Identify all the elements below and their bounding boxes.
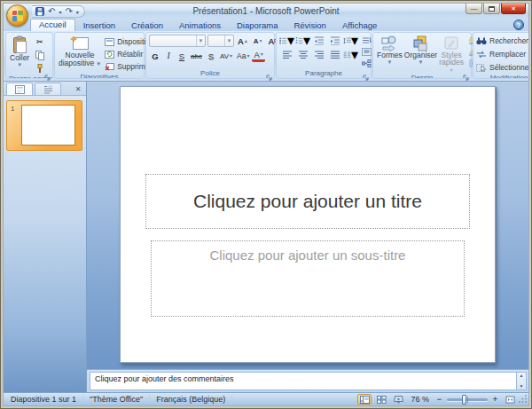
clipboard-dialog-launcher-icon[interactable] — [44, 69, 51, 76]
tab-outline[interactable] — [35, 83, 61, 95]
help-icon[interactable]: ? — [513, 20, 524, 30]
reset-icon — [105, 51, 114, 59]
case-dropdown-icon: ▾ — [246, 52, 249, 60]
group-slides: Nouvelle diapositive▼ Disposition▾ Rétab… — [54, 32, 145, 79]
columns-dropdown-icon: ▾ — [351, 46, 358, 63]
increase-indent-icon — [330, 36, 340, 45]
slide-sorter-view-button[interactable] — [374, 394, 388, 405]
save-icon[interactable] — [35, 4, 44, 20]
character-spacing-button[interactable]: AV▾ — [218, 50, 234, 62]
normal-view-button[interactable] — [357, 394, 372, 405]
justify-icon — [330, 51, 340, 59]
notes-input[interactable]: Cliquez pour ajouter des commentaires — [90, 372, 516, 390]
format-painter-icon — [35, 64, 44, 74]
strikethrough-button[interactable]: abc — [189, 50, 204, 62]
bold-button[interactable]: G — [149, 50, 161, 62]
text-direction-icon — [362, 36, 372, 44]
zoom-out-button[interactable]: − — [434, 395, 444, 405]
slide-canvas[interactable]: Cliquez pour ajouter un titre Cliquez po… — [120, 86, 496, 363]
cut-button[interactable]: ✂ — [33, 36, 46, 47]
drawing-dialog-launcher-icon[interactable] — [463, 69, 470, 76]
shapes-button[interactable]: Formes ▼ — [376, 35, 403, 65]
delete-icon — [105, 63, 114, 71]
numbering-button[interactable]: ▾ — [295, 35, 310, 46]
new-slide-button[interactable]: Nouvelle diapositive▼ — [58, 35, 102, 67]
zoom-level[interactable]: 76 % — [408, 395, 432, 404]
clipboard-icon — [12, 35, 28, 54]
increase-indent-button[interactable] — [327, 35, 342, 46]
justify-button[interactable] — [327, 49, 342, 60]
select-icon — [476, 64, 487, 72]
close-button[interactable]: × — [501, 4, 526, 14]
font-size-combobox[interactable]: ▼ — [207, 35, 234, 47]
tab-insertion[interactable]: Insertion — [75, 20, 123, 31]
grow-font-button[interactable]: A▲ — [236, 35, 250, 47]
layout-icon — [105, 38, 114, 46]
bullets-button[interactable]: ▾ — [279, 35, 294, 46]
restore-button[interactable] — [483, 4, 500, 14]
font-size-dropdown-icon: ▼ — [224, 35, 233, 46]
slideshow-view-button[interactable] — [391, 394, 405, 405]
shrink-font-button[interactable]: A▼ — [252, 35, 265, 47]
italic-button[interactable]: I — [162, 50, 175, 62]
columns-button[interactable]: ▾ — [343, 49, 358, 60]
paragraph-dialog-launcher-icon[interactable] — [363, 69, 370, 76]
tab-animations[interactable]: Animations — [171, 20, 229, 31]
subtitle-placeholder[interactable]: Cliquez pour ajouter un sous-titre — [151, 240, 465, 317]
restore-icon — [489, 6, 495, 12]
scroll-up-icon[interactable]: ▲ — [520, 373, 524, 379]
text-shadow-button[interactable]: S — [205, 50, 217, 62]
align-left-button[interactable] — [279, 49, 294, 60]
undo-icon[interactable]: ↶ — [48, 7, 55, 16]
slide-thumbnail-1[interactable]: 1 — [6, 100, 82, 151]
theme-name[interactable]: "Thème Office" — [83, 395, 150, 404]
scroll-down-icon[interactable]: ▼ — [520, 383, 524, 389]
group-clipboard: Coller ▼ ✂ Presse-papiers — [5, 32, 53, 79]
zoom-slider[interactable] — [447, 398, 488, 401]
replace-icon — [476, 51, 487, 59]
redo-icon[interactable]: ↷ — [65, 7, 72, 16]
font-dialog-launcher-icon[interactable] — [266, 69, 273, 76]
arrange-icon — [411, 35, 429, 51]
line-spacing-button[interactable]: ▾ — [343, 35, 358, 46]
office-button[interactable] — [6, 4, 28, 27]
title-bar: ↶ ▾ ↷ ▾ Présentation1 - Microsoft PowerP… — [4, 4, 528, 19]
copy-button[interactable] — [33, 50, 46, 60]
customize-qat-icon[interactable]: ▾ — [76, 9, 79, 15]
paste-button[interactable]: Coller ▼ — [9, 35, 30, 67]
arrange-button[interactable]: Organiser ▼ — [403, 35, 438, 65]
tab-revision[interactable]: Révision — [286, 20, 333, 31]
quick-styles-button[interactable]: Stylesrapides ▾ — [438, 35, 465, 73]
tab-affichage[interactable]: Affichage — [334, 20, 385, 31]
fit-to-window-button[interactable] — [503, 394, 517, 405]
minimize-button[interactable]: — — [466, 4, 482, 14]
zoom-slider-thumb[interactable] — [462, 395, 466, 405]
pane-close-icon[interactable]: ✕ — [73, 84, 83, 95]
align-right-button[interactable] — [311, 49, 326, 60]
tab-diaporama[interactable]: Diaporama — [229, 20, 286, 31]
tab-slides-thumbnails[interactable] — [6, 83, 33, 95]
office-logo-icon — [12, 11, 23, 21]
slide-counter[interactable]: Diapositive 1 sur 1 — [4, 395, 83, 404]
decrease-indent-button[interactable] — [311, 35, 326, 46]
window-title: Présentation1 - Microsoft PowerPoint — [110, 6, 422, 16]
align-center-button[interactable] — [295, 49, 310, 60]
tab-creation[interactable]: Création — [123, 20, 171, 31]
tab-accueil[interactable]: Accueil — [30, 19, 75, 31]
replace-button[interactable]: Remplacer▾ — [476, 49, 529, 59]
notes-scrollbar[interactable]: ▲ ▼ — [516, 372, 527, 390]
change-case-button[interactable]: Aa▾ — [235, 50, 251, 62]
underline-button[interactable]: S — [176, 50, 188, 62]
select-button[interactable]: Sélectionner▾ — [476, 62, 529, 73]
title-placeholder[interactable]: Cliquez pour ajouter un titre — [145, 174, 470, 229]
slide-editing-area: Cliquez pour ajouter un titre Cliquez po… — [87, 82, 528, 369]
outline-tab-icon — [43, 85, 53, 94]
zoom-in-button[interactable]: + — [490, 395, 500, 405]
language-indicator[interactable]: Français (Belgique) — [150, 395, 232, 404]
find-button[interactable]: Rechercher — [476, 35, 528, 46]
undo-dropdown-icon[interactable]: ▾ — [59, 9, 61, 15]
ribbon-tab-row: Accueil Insertion Création Animations Di… — [4, 19, 528, 31]
font-color-button[interactable]: A▾ — [252, 51, 264, 62]
resize-grip[interactable] — [519, 394, 528, 405]
font-name-combobox[interactable]: ▼ — [149, 35, 206, 47]
